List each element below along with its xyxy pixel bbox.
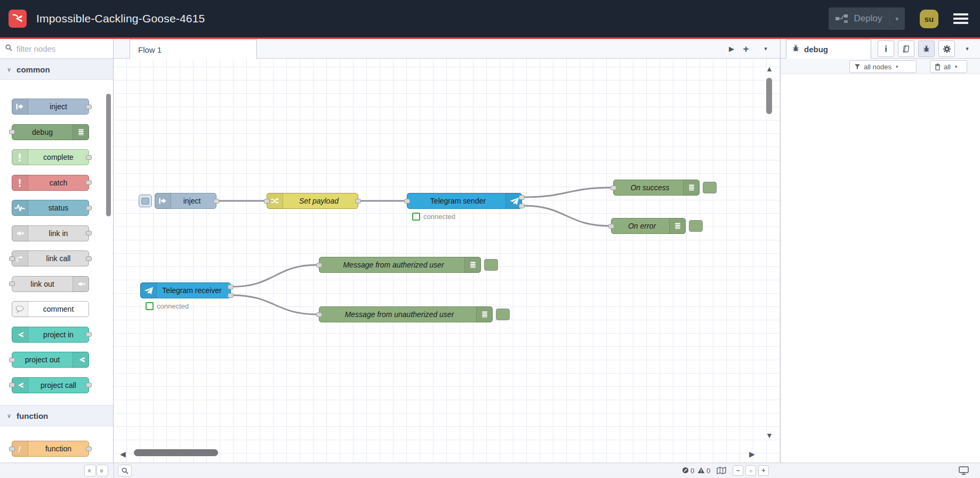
output-port[interactable] [86,256,92,261]
navigator-map-icon[interactable] [717,467,726,476]
fullscreen-monitor-icon[interactable] [959,466,969,477]
input-port[interactable] [316,263,322,268]
palette-category-label: function [17,411,48,420]
debug-toggle-button[interactable] [689,220,703,232]
input-port[interactable] [608,224,614,229]
wire[interactable] [523,206,610,226]
input-port[interactable] [9,358,15,362]
palette-node-link-in[interactable]: link in [12,225,89,241]
output-port[interactable] [86,383,92,387]
palette-node-comment[interactable]: comment [12,301,89,317]
output-port[interactable] [86,231,92,236]
flow-canvas[interactable]: injectSet payloadTelegram senderconnecte… [114,59,780,463]
flow-node-telegram-receiver[interactable]: Telegram receiver [140,282,231,298]
config-tab-button[interactable] [938,40,955,57]
palette-category-function[interactable]: ∨function [0,405,114,426]
debug-toggle-button[interactable] [703,182,717,193]
output-port[interactable] [355,199,361,204]
main-menu-button[interactable] [953,13,968,24]
deploy-dropdown-icon[interactable]: ▾ [895,15,898,22]
sidebar-menu-icon[interactable]: ▾ [961,39,974,59]
scroll-down-icon[interactable]: ▼ [766,432,773,439]
add-flow-button[interactable]: + [740,39,752,59]
palette-search[interactable]: filter nodes [0,39,114,59]
flow-node-msg-authorized[interactable]: Message from autherized user [319,257,481,273]
palette-node-project-call[interactable]: project call [12,377,89,393]
flow-node-on-success[interactable]: On success [613,180,700,196]
horizontal-scrollbar[interactable] [134,449,218,456]
palette-node-project-in[interactable]: project in [12,327,89,343]
chevron-down-icon: ∨ [7,412,11,419]
project-icon [73,352,89,368]
output-port[interactable] [86,332,92,337]
palette-node-label: function [28,441,89,456]
input-port[interactable] [9,129,15,134]
tab-debug[interactable]: debug [786,39,871,59]
input-port[interactable] [9,447,15,451]
info-tab-button[interactable]: i [878,40,894,57]
wire[interactable] [232,265,318,287]
scroll-right-icon[interactable]: ▶ [749,450,755,458]
palette-node-complete[interactable]: complete [12,149,89,165]
output-port[interactable] [213,199,219,204]
palette-scrollbar[interactable] [106,94,111,216]
input-port[interactable] [611,185,616,190]
palette-expand-all-button[interactable]: » [97,465,108,476]
output-port-2[interactable] [228,293,234,298]
flow-node-telegram-sender[interactable]: Telegram sender [407,193,522,209]
debug-toggle-button[interactable] [496,309,510,320]
deploy-button[interactable]: Deploy ▾ [829,7,905,30]
zoom-out-button[interactable]: − [733,465,743,476]
input-port[interactable] [316,312,322,317]
output-port[interactable] [86,104,92,109]
error-count: 0 [690,467,694,475]
flow-list-dropdown-icon[interactable]: ▾ [760,39,772,59]
user-avatar[interactable]: su [920,10,938,28]
debug-toggle-button[interactable] [484,259,498,271]
palette-node-status[interactable]: status [12,200,89,216]
tab-flow-1[interactable]: Flow 1 [130,39,257,59]
palette-node-function[interactable]: ƒfunction [12,441,89,457]
palette-node-catch[interactable]: catch [12,175,89,191]
output-port-1[interactable] [228,285,234,289]
debug-filter-button[interactable]: all nodes ▾ [849,60,917,73]
wire[interactable] [523,188,612,197]
scroll-left-icon[interactable]: ◀ [120,450,126,458]
input-port[interactable] [9,281,15,286]
palette-node-link-call[interactable]: link call [12,250,89,266]
flow-node-on-error[interactable]: On error [611,218,686,234]
flow-node-set-payload[interactable]: Set payload [267,193,358,209]
zoom-reset-button[interactable]: ○ [745,465,756,476]
help-tab-button[interactable] [898,40,914,57]
output-port-2[interactable] [519,204,525,208]
inject-button[interactable] [139,195,152,207]
palette-node-debug[interactable]: debug [12,124,89,140]
error-count-icon [682,466,689,476]
flow-node-inject[interactable]: inject [155,193,216,209]
zoom-in-button[interactable]: + [758,465,769,476]
palette-node-project-out[interactable]: project out [12,352,89,368]
tab-scroll-right-icon[interactable]: ▶ [726,39,737,59]
palette-category-common[interactable]: ∨common [0,59,114,80]
output-port-1[interactable] [519,195,525,200]
input-port[interactable] [9,383,15,387]
debug-sidebar-button[interactable] [918,40,935,57]
palette-search-placeholder: filter nodes [17,44,55,53]
search-flows-button[interactable] [118,465,132,476]
flow-node-msg-unauthorized[interactable]: Message from unautherized user [319,306,493,322]
vertical-scrollbar[interactable] [766,78,772,114]
wire[interactable] [232,295,318,314]
input-port[interactable] [9,256,15,261]
output-port[interactable] [86,155,92,160]
output-port[interactable] [86,447,92,451]
palette-collapse-all-button[interactable]: « [84,465,96,476]
input-port[interactable] [404,199,410,204]
input-port[interactable] [264,199,270,204]
palette-node-link-out[interactable]: link out [12,276,89,292]
debug-tab-label: debug [804,45,828,54]
output-port[interactable] [86,206,92,210]
palette-node-inject[interactable]: inject [12,99,89,115]
debug-clear-button[interactable]: all ▾ [930,60,967,73]
output-port[interactable] [86,180,92,185]
scroll-up-icon[interactable]: ▲ [766,65,773,72]
